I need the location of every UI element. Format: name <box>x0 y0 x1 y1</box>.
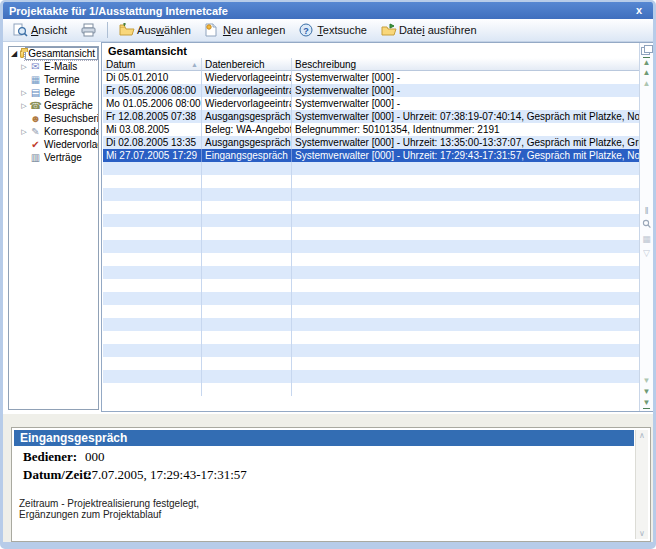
collapsed-arrow-icon[interactable]: ▷ <box>19 89 29 97</box>
scrollbar-up-icon[interactable]: ∧ <box>639 431 645 440</box>
title-bar[interactable]: Projektakte für 1/Ausstattung Internetca… <box>3 2 653 19</box>
search-icon[interactable] <box>642 219 651 233</box>
table-cell <box>292 214 640 227</box>
table-cell[interactable]: Ausgangsgespräch <box>202 136 292 149</box>
table-cell <box>103 279 202 292</box>
table-empty-row <box>103 357 640 370</box>
collapsed-arrow-icon[interactable]: ▷ <box>19 63 29 71</box>
sidebar-item-belege[interactable]: ▷▤Belege <box>9 86 98 99</box>
new-document-icon <box>205 23 220 37</box>
detail-field-value: 27.07.2005, 17:29:43-17:31:57 <box>81 467 247 483</box>
detail-field-value: 000 <box>81 449 105 465</box>
sidebar-item-termine[interactable]: ▦Termine <box>9 73 98 86</box>
table-cell <box>292 253 640 266</box>
column-chooser-icon[interactable] <box>641 45 652 55</box>
close-button[interactable]: x <box>631 4 647 17</box>
table-cell <box>292 240 640 253</box>
table-cell[interactable]: Systemverwalter [000] - <box>292 97 640 110</box>
table-cell[interactable]: Belegnummer: 50101354, Identnummer: 2191 <box>292 123 640 136</box>
table-cell <box>202 292 292 305</box>
scroll-down-page-icon[interactable]: ▼ <box>643 387 651 398</box>
datei-ausfuehren-button[interactable]: Datei ausführen <box>375 20 483 40</box>
table-cell <box>103 344 202 357</box>
table-cell <box>202 227 292 240</box>
table-cell <box>292 201 640 214</box>
table-empty-row <box>103 344 640 357</box>
table-empty-row <box>103 318 640 331</box>
table-row[interactable]: Fr 05.05.2006 08:00WiedervorlageeintragS… <box>103 84 640 97</box>
table-cell <box>103 370 202 383</box>
column-header-datum[interactable]: Datum▲ <box>103 58 202 71</box>
table-row[interactable]: Mo 01.05.2006 08:00WiedervorlageeintragS… <box>103 97 640 110</box>
table-empty-row <box>103 266 640 279</box>
scroll-up-icon[interactable]: ▲ <box>643 79 651 90</box>
table-cell[interactable]: Beleg: WA-Angebot (alle Bel <box>202 123 292 136</box>
auswaehlen-button[interactable]: Auswählen <box>113 20 197 40</box>
table-cell[interactable]: Mi 27.07.2005 17:29 <box>103 149 202 162</box>
table-cell[interactable]: Mo 01.05.2006 08:00 <box>103 97 202 110</box>
filter-icon[interactable]: ▽ <box>643 247 650 261</box>
tree-item-label: Besuchsberichte <box>42 113 99 124</box>
table-empty-row <box>103 331 640 344</box>
table-cell[interactable]: Wiedervorlageeintrag <box>202 97 292 110</box>
textsuche-button[interactable]: ?Textsuche <box>293 20 373 40</box>
table-cell <box>103 188 202 201</box>
scroll-down-icon[interactable]: ▼ <box>643 376 651 387</box>
sidebar-item-wiedervorlagen[interactable]: ✔Wiedervorlagen <box>9 138 98 151</box>
table-cell[interactable]: Di 05.01.2010 <box>103 71 202 84</box>
sidebar-item-e-mails[interactable]: ▷✉E-Mails <box>9 60 98 73</box>
scroll-last-icon[interactable]: ▼ <box>643 398 651 409</box>
column-header-datenbereich[interactable]: Datenbereich <box>202 58 292 71</box>
table-row[interactable]: Fr 12.08.2005 07:38AusgangsgesprächSyste… <box>103 110 640 123</box>
scroll-up-page-icon[interactable]: ▲ <box>643 68 651 79</box>
sidebar-item-gespr-che[interactable]: ▷☎Gespräche <box>9 99 98 112</box>
collapsed-arrow-icon[interactable]: ▷ <box>19 128 29 136</box>
table-cell[interactable]: Systemverwalter [000] - Uhrzeit: 07:38:1… <box>292 110 640 123</box>
table-cell[interactable]: Wiedervorlageeintrag <box>202 84 292 97</box>
sidebar-item-korrespondenzen[interactable]: ▷✎Korrespondenzen <box>9 125 98 138</box>
table-cell[interactable]: Ausgangsgespräch <box>202 110 292 123</box>
table-cell[interactable]: Eingangsgespräch <box>202 149 292 162</box>
table-row[interactable]: Mi 27.07.2005 17:29EingangsgesprächSyste… <box>103 149 640 162</box>
print-button[interactable] <box>75 20 102 40</box>
main-area: ◢ Gesamtansicht ▷✉E-Mails▦Termine▷▤Beleg… <box>3 42 653 414</box>
table-row[interactable]: Mi 03.08.2005Beleg: WA-Angebot (alle Bel… <box>103 123 640 136</box>
scrollbar-down-icon[interactable]: ∨ <box>639 529 645 538</box>
table-cell[interactable]: Di 02.08.2005 13:35 <box>103 136 202 149</box>
tree-root-gesamtansicht[interactable]: ◢ Gesamtansicht <box>9 47 98 60</box>
table-cell[interactable]: Wiedervorlageeintrag <box>202 71 292 84</box>
table-row[interactable]: Di 02.08.2005 13:35AusgangsgesprächSyste… <box>103 136 640 149</box>
table-cell[interactable]: Fr 05.05.2006 08:00 <box>103 84 202 97</box>
tree-item-label: Belege <box>42 87 77 98</box>
sort-ascending-icon: ▲ <box>191 61 198 68</box>
table-row[interactable]: Di 05.01.2010WiedervorlageeintragSystemv… <box>103 71 640 84</box>
table-cell[interactable]: Systemverwalter [000] - Uhrzeit: 13:35:0… <box>292 136 640 149</box>
table-cell[interactable]: Systemverwalter [000] - <box>292 71 640 84</box>
tree-item-label: Wiedervorlagen <box>42 139 99 150</box>
sidebar-item-vertr-ge[interactable]: ▥Verträge <box>9 151 98 164</box>
detail-scrollbar[interactable]: ∧ ∨ <box>635 430 648 539</box>
table-cell <box>202 266 292 279</box>
open-folder-icon <box>119 23 134 37</box>
table-cell[interactable]: Systemverwalter [000] - <box>292 84 640 97</box>
sidebar-item-besuchsberichte[interactable]: ☻Besuchsberichte <box>9 112 98 125</box>
ansicht-button[interactable]: Ansicht <box>7 20 73 40</box>
table-empty-row <box>103 305 640 318</box>
table-cell <box>292 383 640 396</box>
expanded-arrow-icon[interactable]: ◢ <box>9 49 19 58</box>
table-cell <box>103 227 202 240</box>
scroll-first-icon[interactable]: ▲ <box>643 57 651 68</box>
toolbar-button-label: Textsuche <box>317 24 367 36</box>
table-cell <box>103 318 202 331</box>
columns-icon[interactable]: ‖ <box>645 205 649 219</box>
table-cell[interactable]: Fr 12.08.2005 07:38 <box>103 110 202 123</box>
neu-anlegen-button[interactable]: Neu anlegen <box>199 20 291 40</box>
table-cell <box>202 357 292 370</box>
table-cell[interactable]: Mi 03.08.2005 <box>103 123 202 136</box>
grid-side-toolbar: ▲ ▲ ▲ ‖ ▦ ▽ ▼ ▼ ▼ <box>639 43 653 411</box>
table-cell[interactable]: Systemverwalter [000] - Uhrzeit: 17:29:4… <box>292 149 640 162</box>
column-header-beschreibung[interactable]: Beschreibung <box>292 58 640 71</box>
tree-root-label[interactable]: Gesamtansicht <box>25 47 98 60</box>
collapsed-arrow-icon[interactable]: ▷ <box>19 102 29 110</box>
grid-icon[interactable]: ▦ <box>642 233 651 247</box>
